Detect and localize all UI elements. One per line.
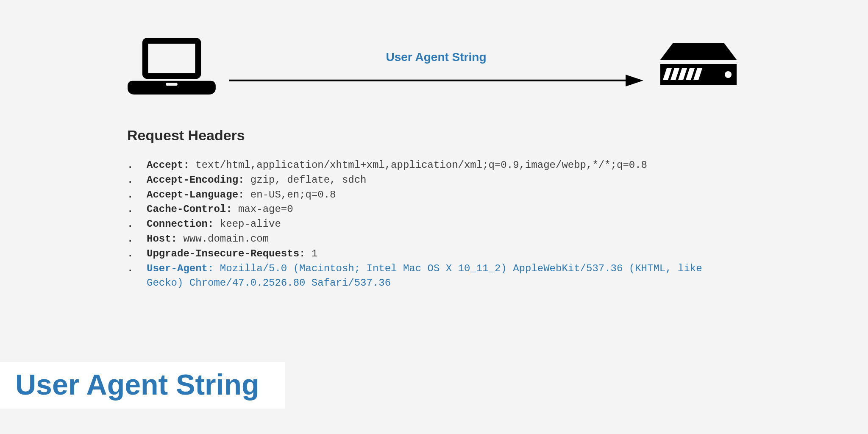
header-value: text/html,application/xhtml+xml,applicat… bbox=[195, 159, 647, 171]
header-body: Accept-Language: en-US,en;q=0.8 bbox=[147, 188, 741, 203]
bullet: . bbox=[127, 158, 147, 173]
header-sep: : bbox=[238, 189, 250, 200]
header-body: Upgrade-Insecure-Requests: 1 bbox=[147, 247, 741, 262]
bullet: . bbox=[127, 232, 147, 247]
header-row: .Host: www.domain.com bbox=[127, 232, 741, 247]
header-name: User-Agent bbox=[147, 263, 208, 274]
header-value: 1 bbox=[312, 248, 317, 259]
bullet: . bbox=[127, 262, 147, 291]
svg-point-12 bbox=[725, 71, 732, 78]
header-body: Accept-Encoding: gzip, deflate, sdch bbox=[147, 173, 741, 188]
header-sep: : bbox=[299, 248, 312, 259]
header-sep: : bbox=[171, 233, 184, 245]
header-sep: : bbox=[183, 159, 195, 171]
header-value: Mozilla/5.0 (Macintosh; Intel Mac OS X 1… bbox=[147, 263, 702, 289]
svg-marker-4 bbox=[626, 75, 643, 86]
diagram-row: User Agent String bbox=[127, 30, 741, 102]
header-list: .Accept: text/html,application/xhtml+xml… bbox=[127, 158, 741, 291]
header-body: Host: www.domain.com bbox=[147, 232, 741, 247]
header-value: www.domain.com bbox=[183, 233, 269, 245]
bullet: . bbox=[127, 173, 147, 188]
header-row: .Connection: keep-alive bbox=[127, 217, 741, 232]
header-body: User-Agent: Mozilla/5.0 (Macintosh; Inte… bbox=[147, 262, 741, 291]
laptop-icon bbox=[127, 34, 216, 97]
bullet: . bbox=[127, 202, 147, 217]
header-value: en-US,en;q=0.8 bbox=[250, 189, 336, 200]
header-value: gzip, deflate, sdch bbox=[250, 174, 367, 186]
bullet: . bbox=[127, 188, 147, 203]
header-row: .Accept: text/html,application/xhtml+xml… bbox=[127, 158, 741, 173]
header-name: Accept-Encoding bbox=[147, 174, 238, 186]
header-row: .Accept-Encoding: gzip, deflate, sdch bbox=[127, 173, 741, 188]
header-name: Accept-Language bbox=[147, 189, 238, 200]
header-row: .Accept-Language: en-US,en;q=0.8 bbox=[127, 188, 741, 203]
header-name: Cache-Control bbox=[147, 203, 226, 215]
header-name: Accept bbox=[147, 159, 183, 171]
svg-rect-2 bbox=[166, 83, 178, 86]
header-row: .User-Agent: Mozilla/5.0 (Macintosh; Int… bbox=[127, 262, 741, 291]
header-row: .Cache-Control: max-age=0 bbox=[127, 202, 741, 217]
header-value: max-age=0 bbox=[238, 203, 293, 215]
slide-title: User Agent String bbox=[0, 362, 285, 409]
headers-block: Request Headers .Accept: text/html,appli… bbox=[127, 127, 741, 291]
header-sep: : bbox=[238, 174, 250, 186]
header-name: Connection bbox=[147, 218, 208, 230]
header-name: Upgrade-Insecure-Requests bbox=[147, 248, 299, 259]
arrow-icon bbox=[229, 72, 643, 89]
header-value: keep-alive bbox=[220, 218, 281, 230]
header-body: Connection: keep-alive bbox=[147, 217, 741, 232]
arrow-block: User Agent String bbox=[216, 50, 656, 89]
svg-marker-5 bbox=[660, 43, 737, 60]
header-sep: : bbox=[208, 218, 220, 230]
server-icon bbox=[656, 40, 741, 91]
header-name: Host bbox=[147, 233, 171, 245]
arrow-label: User Agent String bbox=[386, 50, 487, 64]
header-body: Cache-Control: max-age=0 bbox=[147, 202, 741, 217]
section-title: Request Headers bbox=[127, 127, 741, 144]
bullet: . bbox=[127, 217, 147, 232]
header-body: Accept: text/html,application/xhtml+xml,… bbox=[147, 158, 741, 173]
header-sep: : bbox=[208, 263, 220, 274]
svg-rect-1 bbox=[148, 44, 195, 73]
bullet: . bbox=[127, 247, 147, 262]
header-row: .Upgrade-Insecure-Requests: 1 bbox=[127, 247, 741, 262]
header-sep: : bbox=[226, 203, 238, 215]
